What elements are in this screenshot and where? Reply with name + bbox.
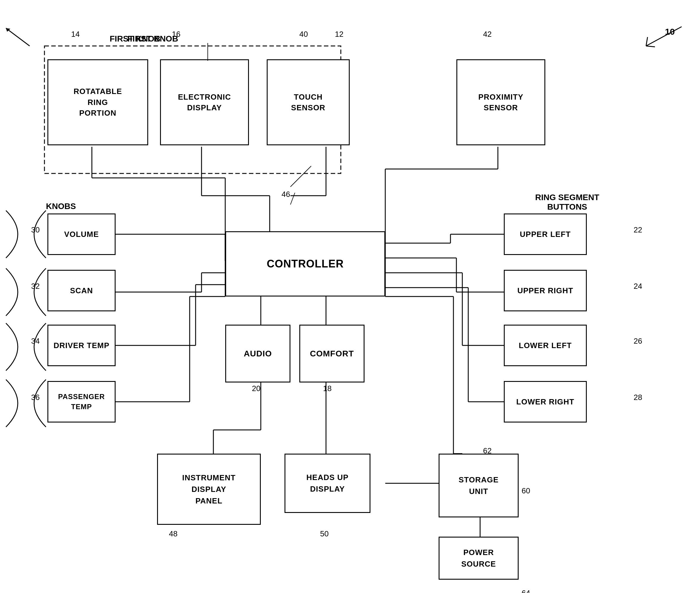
touch-sensor-box: TOUCHSENSOR <box>267 59 350 145</box>
ref-50: 50 <box>320 529 329 539</box>
lower-left-box: LOWER LEFT <box>504 325 587 366</box>
figure-arrow <box>0 22 36 49</box>
ref-12: 12 <box>335 30 343 39</box>
upper-left-box: UPPER LEFT <box>504 213 587 255</box>
figure-ref: 10 <box>665 27 675 37</box>
svg-line-56 <box>290 193 295 205</box>
ref-16: 16 <box>172 30 180 39</box>
electronic-display-box: ELECTRONICDISPLAY <box>160 59 249 145</box>
bracket-lower-right <box>0 377 33 430</box>
ref-64: 64 <box>522 589 530 593</box>
bracket-lower-left <box>0 320 33 373</box>
first-knob-line <box>207 43 208 61</box>
comfort-box: COMFORT <box>299 325 365 383</box>
ref-42: 42 <box>483 30 492 39</box>
upper-right-box: UPPER RIGHT <box>504 270 587 311</box>
svg-line-3 <box>646 46 655 47</box>
ref-40: 40 <box>299 30 308 39</box>
ref-24: 24 <box>633 282 642 291</box>
svg-line-54 <box>6 28 30 46</box>
audio-box: AUDIO <box>225 325 290 383</box>
bracket-upper-right <box>0 265 33 319</box>
ref-22: 22 <box>633 225 642 235</box>
svg-line-1 <box>646 27 682 46</box>
controller-box: CONTROLLER <box>225 231 385 296</box>
diagram-container: FIRST KNOB 14 16 40 12 42 ROTATABLERINGP… <box>0 0 700 593</box>
svg-line-53 <box>290 166 311 187</box>
instrument-display-panel-box: INSTRUMENTDISPLAYPANEL <box>157 453 261 525</box>
passenger-temp-box: PASSENGERTEMP <box>47 381 116 423</box>
ref-60: 60 <box>522 486 530 496</box>
proximity-sensor-box: PROXIMITYSENSOR <box>456 59 545 145</box>
volume-box: VOLUME <box>47 213 116 255</box>
power-source-box: POWERSOURCE <box>439 537 519 580</box>
ref-28: 28 <box>633 393 642 402</box>
bracket-upper-left <box>0 207 33 261</box>
ref-26: 26 <box>633 337 642 346</box>
ref-18: 18 <box>323 384 332 393</box>
ref-48: 48 <box>169 529 177 539</box>
storage-unit-box: STORAGEUNIT <box>439 453 519 517</box>
svg-line-2 <box>646 37 648 46</box>
driver-temp-box: DRIVER TEMP <box>47 325 116 366</box>
ring-segment-buttons-label: RING SEGMENTBUTTONS <box>535 193 599 212</box>
first-knob-text: FIRST KNOB <box>110 34 160 44</box>
ref-20: 20 <box>252 384 260 393</box>
rotatable-ring-box: ROTATABLERINGPORTION <box>47 59 148 145</box>
lower-right-box: LOWER RIGHT <box>504 381 587 423</box>
ref-62: 62 <box>483 446 492 456</box>
heads-up-display-box: HEADS UPDISPLAY <box>285 453 370 513</box>
ref-46-arrow <box>279 190 302 207</box>
ref-14: 14 <box>71 30 80 39</box>
scan-box: SCAN <box>47 270 116 311</box>
